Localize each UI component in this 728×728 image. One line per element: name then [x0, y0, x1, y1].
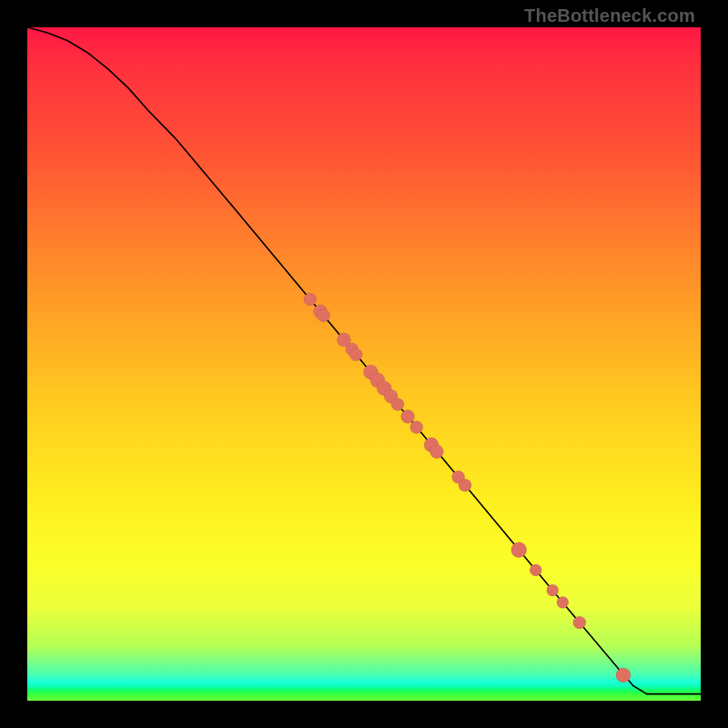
data-point — [304, 293, 317, 306]
scatter-group — [304, 293, 631, 682]
data-point — [459, 479, 471, 491]
chart-overlay — [27, 27, 701, 701]
data-point — [430, 445, 443, 459]
data-point — [391, 398, 404, 410]
data-point — [557, 596, 569, 608]
data-point — [530, 564, 541, 576]
data-point — [318, 309, 330, 322]
data-point — [410, 421, 423, 434]
data-point — [401, 410, 415, 423]
data-point — [616, 668, 631, 682]
data-point — [547, 584, 559, 596]
data-point — [573, 616, 586, 629]
curve-line — [27, 27, 701, 694]
chart-frame: TheBottleneck.com — [0, 0, 728, 728]
data-point — [511, 542, 527, 558]
data-point — [349, 349, 362, 361]
watermark-text: TheBottleneck.com — [524, 5, 695, 26]
